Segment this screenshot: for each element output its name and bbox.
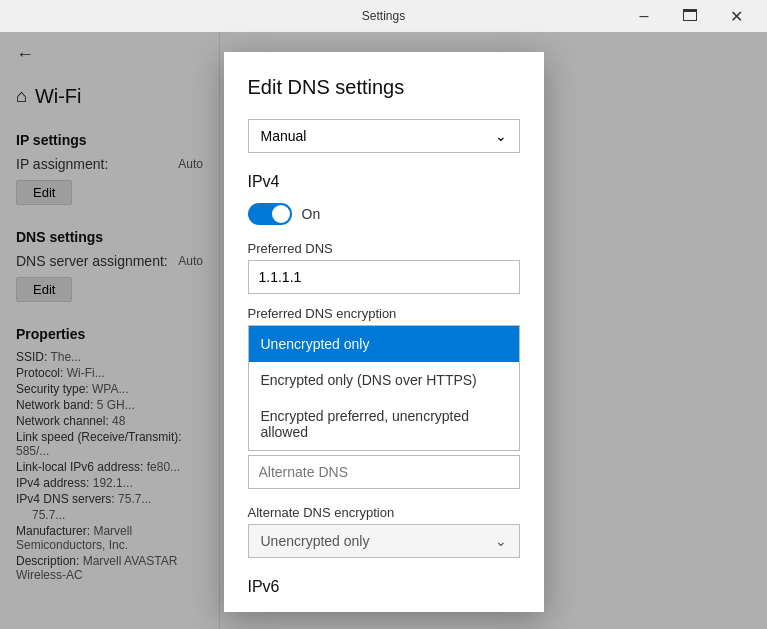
mode-dropdown-value: Manual [261, 128, 307, 144]
mode-dropdown-chevron: ⌄ [495, 128, 507, 144]
alternate-enc-dropdown[interactable]: Unencrypted only ⌄ [248, 524, 520, 558]
preferred-dns-label: Preferred DNS [248, 241, 520, 256]
alternate-enc-label: Alternate DNS encryption [248, 505, 520, 520]
title-bar-title: Settings [362, 9, 405, 23]
minimize-button[interactable]: – [621, 0, 667, 32]
ipv4-toggle-thumb [272, 205, 290, 223]
preferred-dns-input[interactable] [248, 260, 520, 294]
alternate-dns-input[interactable] [248, 455, 520, 489]
alternate-enc-chevron: ⌄ [495, 533, 507, 549]
title-bar: Settings – 🗖 ✕ [0, 0, 767, 32]
mode-dropdown[interactable]: Manual ⌄ [248, 119, 520, 153]
ipv4-section-title: IPv4 [248, 173, 520, 191]
ipv6-section-title: IPv6 [248, 578, 520, 596]
ipv4-toggle-label: On [302, 206, 321, 222]
maximize-button[interactable]: 🗖 [667, 0, 713, 32]
preferred-enc-label: Preferred DNS encryption [248, 306, 520, 321]
edit-dns-dialog: Edit DNS settings Manual ⌄ IPv4 On Prefe… [224, 52, 544, 612]
enc-option-encrypted-preferred[interactable]: Encrypted preferred, unencrypted allowed [249, 398, 519, 450]
dialog-title: Edit DNS settings [248, 76, 520, 99]
ipv4-toggle-row: On [248, 203, 520, 225]
dialog-overlay: Edit DNS settings Manual ⌄ IPv4 On Prefe… [0, 32, 767, 629]
close-button[interactable]: ✕ [713, 0, 759, 32]
main-content: ← ⌂ Wi-Fi IP settings IP assignment: Aut… [0, 32, 767, 629]
enc-option-unencrypted[interactable]: Unencrypted only [249, 326, 519, 362]
ipv4-toggle[interactable] [248, 203, 292, 225]
encryption-options-list: Unencrypted only Encrypted only (DNS ove… [248, 325, 520, 451]
enc-option-encrypted-only[interactable]: Encrypted only (DNS over HTTPS) [249, 362, 519, 398]
window-controls: – 🗖 ✕ [621, 0, 759, 32]
alternate-enc-value: Unencrypted only [261, 533, 370, 549]
